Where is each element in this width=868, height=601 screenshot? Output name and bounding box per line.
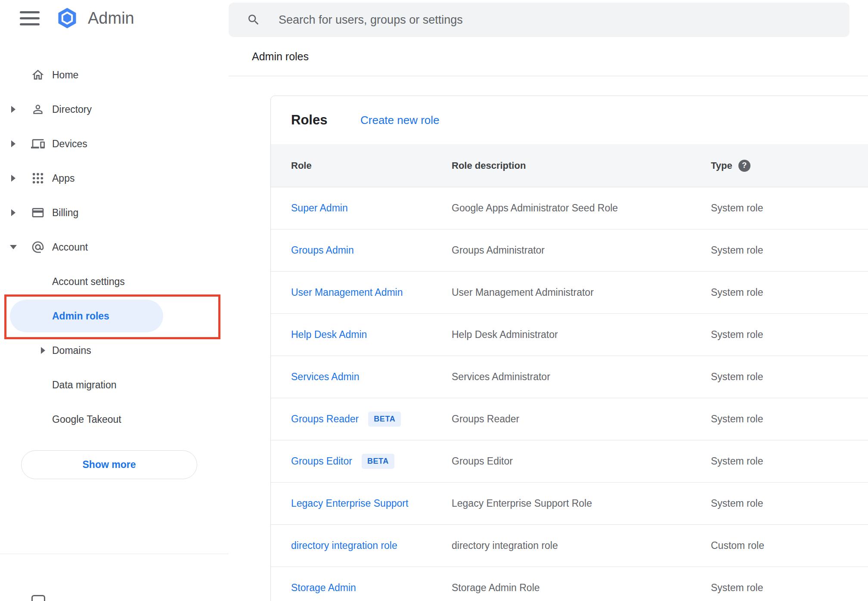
chevron-right-icon[interactable]	[41, 347, 45, 354]
role-description: Groups Administrator	[452, 245, 711, 256]
role-type: Custom role	[711, 540, 868, 551]
breadcrumb[interactable]: Admin roles	[252, 37, 309, 76]
sidebar-item-account[interactable]: Account	[0, 230, 229, 264]
sidebar-item-label: Admin roles	[52, 310, 109, 322]
credit-card-icon	[31, 206, 45, 220]
table-row: Groups Editor BETA Groups Editor System …	[271, 440, 868, 482]
beta-badge: BETA	[368, 412, 401, 427]
role-description: Help Desk Administrator	[452, 329, 711, 341]
admin-hexagon-icon	[55, 6, 79, 30]
search-icon	[247, 13, 260, 27]
sidebar-item-home[interactable]: Home	[0, 58, 229, 92]
sidebar-item-directory[interactable]: Directory	[0, 92, 229, 127]
column-header-type-label: Type	[711, 160, 732, 171]
hamburger-bar	[20, 17, 40, 19]
devices-icon	[31, 137, 45, 151]
role-type: System role	[711, 287, 868, 298]
hamburger-bar	[20, 23, 40, 25]
sidebar-item-label: Data migration	[52, 379, 117, 391]
chevron-down-icon[interactable]	[10, 245, 17, 249]
role-link[interactable]: Groups Reader	[291, 413, 359, 425]
role-link[interactable]: Services Admin	[291, 371, 360, 383]
admin-logo[interactable]: Admin	[55, 6, 134, 30]
topbar: Admin roles	[229, 0, 868, 76]
sidebar-item-apps[interactable]: Apps	[0, 161, 229, 195]
table-row: Help Desk Admin Help Desk Administrator …	[271, 313, 868, 356]
sidebar-item-label: Apps	[52, 173, 74, 184]
cutoff-icon	[31, 595, 45, 601]
sidebar-item-label: Account	[52, 242, 88, 253]
sidebar-item-label: Billing	[52, 207, 78, 219]
table-row: Services Admin Services Administrator Sy…	[271, 356, 868, 398]
column-header-type: Type ?	[711, 160, 868, 172]
table-row: Groups Reader BETA Groups Reader System …	[271, 398, 868, 440]
sidebar-item-label: Home	[52, 69, 78, 81]
sidebar-item-data-migration[interactable]: Data migration	[0, 368, 229, 402]
sidebar-item-google-takeout[interactable]: Google Takeout	[0, 402, 229, 437]
role-link[interactable]: Super Admin	[291, 202, 348, 214]
chevron-right-icon[interactable]	[11, 175, 16, 182]
column-header-role-description: Role description	[452, 160, 711, 171]
role-description: Legacy Enterprise Support Role	[452, 498, 711, 509]
table-row: Super Admin Google Apps Administrator Se…	[271, 187, 868, 229]
table-row: Legacy Enterprise Support Legacy Enterpr…	[271, 482, 868, 524]
hamburger-bar	[20, 11, 40, 13]
role-type: System role	[711, 371, 868, 383]
roles-card: Roles Create new role Role Role descript…	[270, 96, 868, 601]
role-type: System role	[711, 582, 868, 594]
apps-grid-icon	[31, 171, 45, 185]
search-bar[interactable]	[229, 3, 849, 37]
person-icon	[31, 102, 45, 116]
role-link[interactable]: Legacy Enterprise Support	[291, 498, 408, 509]
sidebar-item-label: Devices	[52, 138, 87, 150]
sidebar-item-devices[interactable]: Devices	[0, 127, 229, 161]
role-description: Storage Admin Role	[452, 582, 711, 594]
role-type: System role	[711, 329, 868, 341]
role-link[interactable]: directory integration role	[291, 540, 397, 551]
show-more-button[interactable]: Show more	[21, 450, 197, 479]
sidebar-item-billing[interactable]: Billing	[0, 195, 229, 230]
role-description: directory integration role	[452, 540, 711, 551]
table-row: Groups Admin Groups Administrator System…	[271, 229, 868, 271]
sidebar-item-label: Google Takeout	[52, 414, 121, 425]
role-type: System role	[711, 455, 868, 467]
sidebar: Admin Home Directory Devices	[0, 0, 229, 601]
role-link[interactable]: Help Desk Admin	[291, 329, 367, 341]
at-sign-icon	[31, 240, 45, 254]
sidebar-item-label: Account settings	[52, 276, 125, 288]
create-new-role-link[interactable]: Create new role	[360, 114, 440, 127]
chevron-right-icon[interactable]	[11, 106, 16, 113]
sidebar-item-domains[interactable]: Domains	[0, 333, 229, 368]
role-link[interactable]: Groups Editor	[291, 455, 352, 467]
app-title: Admin	[88, 9, 134, 28]
table-row: directory integration role directory int…	[271, 524, 868, 567]
sidebar-item-admin-roles[interactable]: Admin roles	[0, 299, 229, 333]
chevron-right-icon[interactable]	[11, 140, 16, 147]
card-header: Roles Create new role	[271, 96, 868, 144]
role-description: Services Administrator	[452, 371, 711, 383]
sidebar-nav: Home Directory Devices Apps	[0, 58, 229, 479]
role-description: User Management Administrator	[452, 287, 711, 298]
sidebar-item-account-settings[interactable]: Account settings	[0, 264, 229, 299]
role-description: Groups Reader	[452, 413, 711, 425]
beta-badge: BETA	[362, 454, 394, 469]
role-description: Groups Editor	[452, 455, 711, 467]
home-icon	[31, 68, 45, 82]
role-type: System role	[711, 245, 868, 256]
role-link[interactable]: User Management Admin	[291, 287, 403, 298]
search-input[interactable]	[279, 13, 849, 27]
role-link[interactable]: Storage Admin	[291, 582, 356, 594]
role-type: System role	[711, 413, 868, 425]
hamburger-menu-icon[interactable]	[20, 11, 40, 25]
chevron-right-icon[interactable]	[11, 209, 16, 216]
sidebar-item-label: Directory	[52, 104, 92, 115]
help-icon[interactable]: ?	[738, 160, 750, 172]
table-row: User Management Admin User Management Ad…	[271, 271, 868, 313]
role-type: System role	[711, 202, 868, 214]
sidebar-divider	[0, 554, 229, 554]
role-link[interactable]: Groups Admin	[291, 245, 354, 256]
card-title: Roles	[291, 112, 327, 128]
column-header-role: Role	[271, 160, 452, 171]
role-type: System role	[711, 498, 868, 509]
sidebar-item-label: Domains	[52, 345, 91, 356]
